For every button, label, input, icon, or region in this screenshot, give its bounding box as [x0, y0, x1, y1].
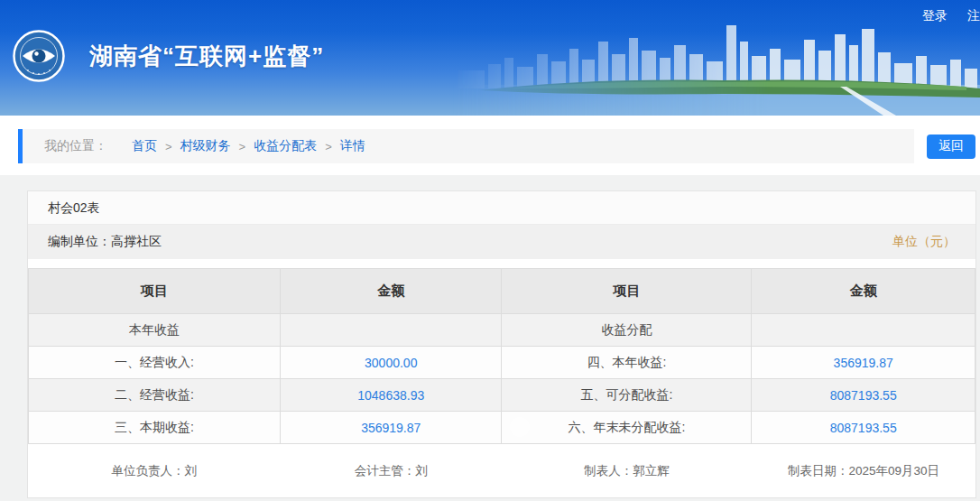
report-panel: 村会02表 编制单位：高撑社区 单位（元） 项目 金额 项目 金额 本年收益 收… [27, 190, 976, 498]
income-distribution-table: 项目 金额 项目 金额 本年收益 收益分配 一、经营收入: 30000.00 四… [28, 268, 975, 444]
report-meta-row: 编制单位：高撑社区 单位（元） [28, 225, 975, 259]
cell-amount: 356919.87 [752, 347, 975, 379]
breadcrumb-link-home[interactable]: 首页 [132, 138, 157, 154]
table-row: 三、本期收益: 356919.87 六、年末未分配收益: 8087193.55 [29, 412, 975, 444]
cell-item: 三、本期收益: [29, 412, 281, 444]
cell-item: 一、经营收入: [29, 347, 281, 379]
col-header-item-right: 项目 [502, 269, 752, 314]
eye-logo-icon [13, 30, 65, 82]
breadcrumb-label: 我的位置： [44, 138, 107, 154]
breadcrumb-link-detail[interactable]: 详情 [340, 138, 365, 154]
site-title: 湖南省“互联网+监督” [89, 41, 324, 72]
prepared-by-label: 编制单位：高撑社区 [48, 234, 162, 250]
cell-item: 二、经营收益: [29, 379, 281, 412]
cell-amount: 8087193.55 [752, 412, 975, 444]
brand: 湖南省“互联网+监督” [13, 30, 324, 82]
breadcrumb-separator: > [239, 140, 246, 153]
register-link[interactable]: 注册 [967, 8, 980, 24]
table-row: 本年收益 收益分配 [29, 314, 975, 347]
breadcrumb-separator: > [165, 140, 172, 153]
cell-amount: 1048638.93 [281, 379, 502, 412]
table-row: 二、经营收益: 1048638.93 五、可分配收益: 8087193.55 [29, 379, 975, 412]
report-title: 村会02表 [28, 191, 975, 225]
table-row: 一、经营收入: 30000.00 四、本年收益: 356919.87 [29, 347, 975, 379]
cell-item: 收益分配 [502, 314, 752, 347]
cell-amount [752, 314, 975, 347]
tabulator: 制表人：郭立辉 [502, 463, 752, 479]
unit-responsible-person: 单位负责人：刘 [28, 463, 280, 479]
accounting-supervisor: 会计主管：刘 [280, 463, 502, 479]
breadcrumb-link-village-finance[interactable]: 村级财务 [180, 138, 231, 154]
breadcrumb: 我的位置： 首页 > 村级财务 > 收益分配表 > 详情 [18, 129, 914, 163]
cell-item: 五、可分配收益: [502, 379, 752, 412]
table-header-row: 项目 金额 项目 金额 [29, 269, 975, 314]
back-button[interactable]: 返回 [927, 135, 975, 159]
spacer [28, 259, 975, 268]
breadcrumb-link-income-distribution[interactable]: 收益分配表 [254, 138, 317, 154]
cell-amount [281, 314, 502, 347]
col-header-amount-left: 金额 [281, 269, 502, 314]
cell-amount: 8087193.55 [752, 379, 975, 412]
site-header: 登录 注册 湖南省“互联网+监督” [0, 0, 980, 116]
breadcrumb-separator: > [325, 140, 332, 153]
col-header-amount-right: 金额 [752, 269, 975, 314]
signature-row: 单位负责人：刘 会计主管：刘 制表人：郭立辉 制表日期：2025年09月30日 [28, 444, 975, 497]
cell-amount: 30000.00 [281, 347, 502, 379]
breadcrumb-section: 我的位置： 首页 > 村级财务 > 收益分配表 > 详情 返回 [0, 116, 980, 175]
col-header-item-left: 项目 [29, 269, 281, 314]
cell-item: 六、年末未分配收益: [502, 412, 752, 444]
cell-item: 四、本年收益: [502, 347, 752, 379]
cell-amount: 356919.87 [281, 412, 502, 444]
cityscape-image [452, 14, 980, 116]
login-link[interactable]: 登录 [922, 8, 948, 24]
tabulation-date: 制表日期：2025年09月30日 [752, 463, 975, 479]
currency-unit-label: 单位（元） [892, 234, 956, 250]
content-section: 村会02表 编制单位：高撑社区 单位（元） 项目 金额 项目 金额 本年收益 收… [0, 175, 980, 501]
topbar-account-links: 登录 注册 [922, 8, 980, 24]
cell-item: 本年收益 [29, 314, 281, 347]
